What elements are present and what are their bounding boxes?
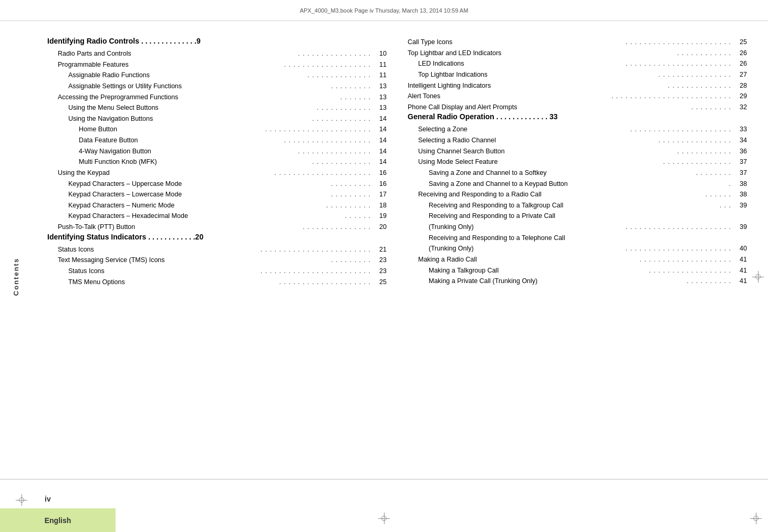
toc-entry-tms-icons: Text Messaging Service (TMS) Icons . . .…	[47, 255, 387, 266]
section-identifying-radio-controls: Identifying Radio Controls . . . . . . .…	[47, 37, 387, 233]
left-column: Identifying Radio Controls . . . . . . .…	[47, 37, 387, 521]
toc-entry-programmable: Programmable Features . . . . . . . . . …	[47, 59, 387, 70]
page-header: APX_4000_M3.book Page iv Thursday, March…	[0, 0, 768, 21]
bottom-area: iv English	[0, 479, 768, 532]
toc-entry-phone-call: Phone Call Display and Alert Prompts . .…	[408, 102, 747, 113]
toc-entry-navigation-buttons: Using the Navigation Buttons . . . . . .…	[47, 113, 387, 124]
bottom-right-crosshair	[750, 513, 762, 524]
right-column: Call Type Icons . . . . . . . . . . . . …	[408, 37, 747, 521]
toc-entry-mode-select: Using Mode Select Feature . . . . . . . …	[408, 157, 747, 168]
toc-entry-channel-search: Using Channel Search Button . . . . . . …	[408, 146, 747, 157]
toc-entry-receiving-radio: Receiving and Responding to a Radio Call…	[408, 189, 747, 200]
toc-entry-top-lightbar-ind: Top Lightbar Indications . . . . . . . .…	[408, 69, 747, 80]
toc-entry-led: LED Indications . . . . . . . . . . . . …	[408, 58, 747, 69]
toc-entry-selecting-channel: Selecting a Radio Channel . . . . . . . …	[408, 135, 747, 146]
toc-entry-accessing: Accessing the Preprogrammed Functions . …	[47, 92, 387, 103]
toc-entry-saving-keypad: Saving a Zone and Channel to a Keypad Bu…	[408, 179, 747, 190]
toc-entry-numeric: Keypad Characters – Numeric Mode . . . .…	[47, 200, 387, 211]
english-tab: English	[0, 508, 116, 532]
toc-entry-saving-softkey: Saving a Zone and Channel to a Softkey .…	[408, 168, 747, 179]
toc-entry-top-lightbar: Top Lightbar and LED Indicators . . . . …	[408, 48, 747, 59]
bottom-center-crosshair	[378, 513, 390, 524]
toc-content: Identifying Radio Controls . . . . . . .…	[32, 21, 768, 532]
section-header-2: Identifying Status Indicators . . . . . …	[47, 233, 387, 241]
toc-entry-making-talkgroup: Making a Talkgroup Call . . . . . . . . …	[408, 265, 747, 276]
toc-entry-keypad: Using the Keypad . . . . . . . . . . . .…	[47, 168, 387, 179]
toc-entry-tms-menu: TMS Menu Options . . . . . . . . . . . .…	[47, 277, 387, 288]
section-identifying-status: Identifying Status Indicators . . . . . …	[47, 233, 387, 288]
toc-entry-assignable-radio: Assignable Radio Functions . . . . . . .…	[47, 70, 387, 81]
toc-entry-selecting-zone: Selecting a Zone . . . . . . . . . . . .…	[408, 124, 747, 135]
header-text: APX_4000_M3.book Page iv Thursday, March…	[300, 7, 469, 14]
toc-entry-4way-nav: 4-Way Navigation Button . . . . . . . . …	[47, 146, 387, 157]
main-content: Contents Identifying Radio Controls . . …	[0, 21, 768, 532]
toc-entry-receiving-telephone-1: Receiving and Responding to a Telephone …	[408, 233, 747, 244]
section-header-1: Identifying Radio Controls . . . . . . .…	[47, 37, 387, 45]
toc-entry-uppercase: Keypad Characters – Uppercase Mode . . .…	[47, 179, 387, 190]
section-header-3: General Radio Operation . . . . . . . . …	[408, 112, 747, 121]
toc-entry-status-icons-2: Status Icons . . . . . . . . . . . . . .…	[47, 266, 387, 277]
toc-entry-data-feature: Data Feature Button . . . . . . . . . . …	[47, 135, 387, 146]
sidebar: Contents	[0, 21, 32, 532]
toc-entry-receiving-talkgroup: Receiving and Responding to a Talkgroup …	[408, 200, 747, 211]
page-number: iv	[45, 495, 51, 503]
toc-entry-assignable-settings: Assignable Settings or Utility Functions…	[47, 81, 387, 92]
sidebar-label: Contents	[12, 257, 20, 295]
bottom-left-crosshair	[16, 494, 27, 506]
toc-entry-making-private: Making a Private Call (Trunking Only) . …	[408, 276, 747, 287]
toc-entry-hexadecimal: Keypad Characters – Hexadecimal Mode . .…	[47, 211, 387, 222]
toc-entry-menu-select: Using the Menu Select Buttons . . . . . …	[47, 102, 387, 113]
right-crosshair	[752, 271, 764, 283]
toc-entry-home-button: Home Button . . . . . . . . . . . . . . …	[47, 124, 387, 135]
toc-entry-lowercase: Keypad Characters – Lowercase Mode . . .…	[47, 189, 387, 200]
toc-entry-alert-tones: Alert Tones . . . . . . . . . . . . . . …	[408, 91, 747, 102]
toc-entry-mfk: Multi Function Knob (MFK) . . . . . . . …	[47, 157, 387, 168]
english-tab-text: English	[45, 516, 71, 525]
toc-entry-intelligent: Intelligent Lighting Indicators . . . . …	[408, 80, 747, 91]
section-general-radio: General Radio Operation . . . . . . . . …	[408, 112, 747, 286]
page-container: APX_4000_M3.book Page iv Thursday, March…	[0, 0, 768, 532]
toc-entry-receiving-private-1: Receiving and Responding to a Private Ca…	[408, 211, 747, 222]
section-continued: Call Type Icons . . . . . . . . . . . . …	[408, 37, 747, 112]
toc-entry-ptt: Push-To-Talk (PTT) Button . . . . . . . …	[47, 222, 387, 233]
toc-entry-receiving-telephone-2: (Trunking Only) . . . . . . . . . . . . …	[408, 243, 747, 254]
toc-entry-radio-parts: Radio Parts and Controls . . . . . . . .…	[47, 48, 387, 59]
toc-entry-call-type: Call Type Icons . . . . . . . . . . . . …	[408, 37, 747, 48]
toc-entry-status-icons: Status Icons . . . . . . . . . . . . . .…	[47, 244, 387, 255]
toc-entry-making-radio: Making a Radio Call . . . . . . . . . . …	[408, 254, 747, 265]
toc-entry-receiving-private-2: (Trunking Only) . . . . . . . . . . . . …	[408, 222, 747, 233]
